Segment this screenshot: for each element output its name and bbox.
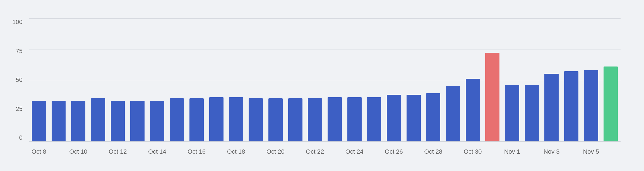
bar-group	[305, 18, 325, 141]
bar-group	[443, 18, 463, 141]
bar-oct-15	[170, 98, 184, 141]
bar-group	[502, 18, 522, 141]
x-label	[49, 148, 69, 155]
x-label	[443, 148, 463, 155]
bar-group	[561, 18, 581, 141]
x-label: Oct 18	[226, 148, 246, 155]
bar-oct-28	[426, 93, 440, 141]
bar-group	[49, 18, 69, 141]
bar-oct-8	[32, 101, 46, 141]
bar-oct-18	[229, 97, 243, 141]
chart-area: 100 75 50 25 0 Oct 8Oct 10Oct 12Oct 14Oc…	[29, 18, 621, 141]
bar-group	[463, 18, 483, 141]
x-label: Oct 14	[147, 148, 167, 155]
bar-group	[581, 18, 601, 141]
bar-group	[246, 18, 266, 141]
y-label-25: 25	[12, 105, 23, 113]
bar-group	[68, 18, 88, 141]
x-label	[561, 148, 581, 155]
y-axis: 100 75 50 25 0	[12, 18, 23, 141]
bar-nov-1	[505, 85, 519, 141]
x-label: Oct 26	[384, 148, 404, 155]
bar-oct-22	[308, 98, 322, 141]
x-label	[167, 148, 187, 155]
bar-nov-3	[544, 74, 559, 141]
bar-group	[167, 18, 187, 141]
x-label: Oct 12	[108, 148, 128, 155]
x-label	[206, 148, 226, 155]
bar-oct-13	[130, 101, 145, 141]
bar-group	[522, 18, 542, 141]
y-label-50: 50	[12, 76, 23, 84]
bar-oct-12	[111, 101, 125, 141]
y-label-0: 0	[12, 134, 23, 141]
grid-line-0	[29, 141, 621, 142]
x-label: Nov 3	[542, 148, 561, 155]
bar-oct-29	[446, 86, 460, 141]
bar-oct-27	[407, 95, 421, 141]
bar-group	[423, 18, 443, 141]
bar-oct-16	[189, 98, 204, 141]
x-label	[246, 148, 266, 155]
bar-group	[226, 18, 246, 141]
x-label: Oct 30	[463, 148, 483, 155]
x-label: Oct 22	[305, 148, 325, 155]
x-label: Oct 28	[423, 148, 443, 155]
x-label: Oct 10	[68, 148, 88, 155]
x-label: Oct 16	[187, 148, 206, 155]
bar-group	[29, 18, 49, 141]
x-label: Oct 24	[345, 148, 364, 155]
x-label: Nov 1	[502, 148, 522, 155]
bar-group	[285, 18, 305, 141]
bar-group	[404, 18, 424, 141]
bar-oct-9	[52, 101, 66, 141]
bar-nov-4	[564, 71, 578, 141]
x-label	[128, 148, 147, 155]
bar-group	[88, 18, 108, 141]
bar-oct-10	[71, 101, 85, 141]
x-label: Nov 5	[581, 148, 601, 155]
x-label	[285, 148, 305, 155]
x-label	[325, 148, 345, 155]
x-label	[601, 148, 621, 155]
bar-group	[147, 18, 167, 141]
bar-oct-31	[485, 53, 499, 141]
chart-container: 100 75 50 25 0 Oct 8Oct 10Oct 12Oct 14Oc…	[7, 7, 637, 164]
bar-oct-25	[367, 97, 381, 141]
bars-wrapper	[29, 18, 621, 141]
bar-oct-21	[288, 98, 302, 141]
bar-group	[128, 18, 147, 141]
bar-oct-17	[209, 97, 224, 141]
bar-oct-26	[387, 95, 401, 141]
bar-group	[206, 18, 226, 141]
bar-group	[187, 18, 206, 141]
x-label	[522, 148, 542, 155]
bar-group	[266, 18, 285, 141]
x-label	[364, 148, 384, 155]
bar-oct-11	[91, 98, 105, 141]
bar-group	[384, 18, 404, 141]
x-label	[404, 148, 424, 155]
bar-group	[345, 18, 364, 141]
y-label-100: 100	[12, 18, 23, 26]
bar-group	[108, 18, 128, 141]
bar-oct-23	[328, 97, 342, 141]
bar-nov-6	[604, 66, 618, 141]
bar-oct-14	[150, 101, 164, 141]
x-label: Oct 20	[266, 148, 285, 155]
bar-group	[325, 18, 345, 141]
bar-oct-20	[268, 98, 283, 141]
x-label: Oct 8	[29, 148, 49, 155]
bar-group	[364, 18, 384, 141]
bar-group	[601, 18, 621, 141]
bar-oct-30	[466, 79, 480, 141]
bar-nov-2	[525, 85, 539, 141]
bar-group	[482, 18, 502, 141]
x-axis: Oct 8Oct 10Oct 12Oct 14Oct 16Oct 18Oct 2…	[29, 148, 621, 155]
x-label	[88, 148, 108, 155]
x-label	[482, 148, 502, 155]
bar-oct-19	[249, 98, 263, 141]
y-label-75: 75	[12, 48, 23, 55]
bar-group	[542, 18, 561, 141]
bar-oct-24	[347, 97, 362, 141]
